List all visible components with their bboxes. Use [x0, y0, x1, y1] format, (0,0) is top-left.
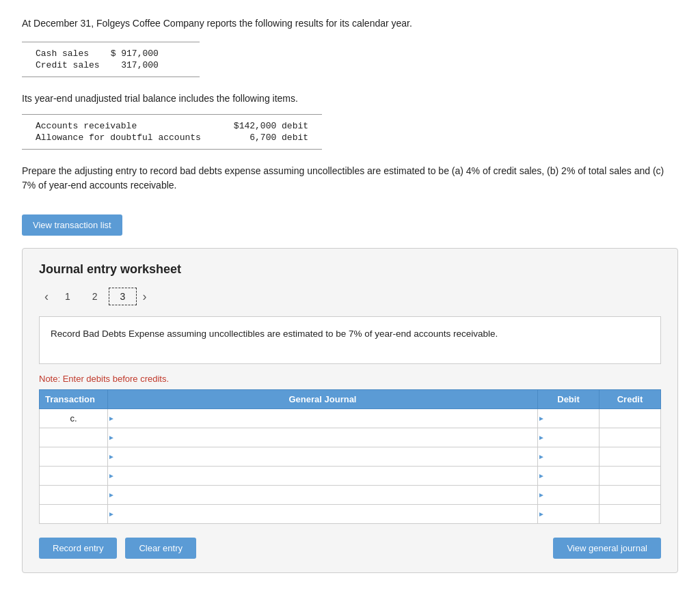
worksheet-container: Journal entry worksheet ‹ 1 2 3 › Record…	[22, 248, 678, 573]
credit-cell[interactable]	[600, 428, 661, 447]
journal-cell[interactable]: ►	[108, 486, 538, 505]
tab-3[interactable]: 3	[109, 288, 137, 305]
row-value: $142,000 debit	[228, 120, 314, 132]
table-row: Credit sales317,000	[30, 59, 164, 71]
table-row: Allowance for doubtful accounts6,700 deb…	[30, 132, 314, 143]
journal-input[interactable]	[118, 431, 537, 444]
table-row: c.►►	[40, 409, 661, 428]
credit-cell[interactable]	[600, 505, 661, 524]
credit-input[interactable]	[600, 447, 660, 466]
balance-data-table: Accounts receivable$142,000 debitAllowan…	[22, 114, 322, 150]
header-credit: Credit	[600, 390, 661, 409]
bottom-buttons: Record entry Clear entry View general jo…	[39, 538, 661, 559]
journal-input[interactable]	[118, 469, 537, 482]
tab-1[interactable]: 1	[54, 288, 81, 305]
credit-cell[interactable]	[600, 447, 661, 467]
journal-cell[interactable]: ►	[108, 505, 538, 524]
debit-cell[interactable]: ►	[538, 409, 600, 428]
table-row: Cash sales$ 917,000	[30, 48, 164, 59]
clear-entry-button[interactable]: Clear entry	[125, 538, 196, 559]
debit-cell[interactable]: ►	[538, 467, 600, 486]
debit-input[interactable]	[548, 469, 599, 482]
transaction-cell	[40, 428, 108, 447]
journal-input[interactable]	[118, 450, 537, 463]
credit-input[interactable]	[600, 467, 660, 485]
debit-cell[interactable]: ►	[538, 486, 600, 505]
debit-input[interactable]	[548, 450, 599, 463]
header-general-journal: General Journal	[108, 390, 538, 409]
record-entry-button[interactable]: Record entry	[39, 538, 117, 559]
debit-input[interactable]	[548, 488, 599, 501]
transaction-cell	[40, 447, 108, 467]
note-text: Note: Enter debits before credits.	[39, 374, 661, 384]
debit-cell[interactable]: ►	[538, 428, 600, 447]
row-label: Credit sales	[30, 59, 105, 71]
debit-input[interactable]	[548, 412, 599, 425]
tab-2[interactable]: 2	[81, 288, 109, 305]
credit-cell[interactable]	[600, 467, 661, 486]
table-row: ►►	[40, 505, 661, 524]
row-label: Cash sales	[30, 48, 105, 59]
tab-prev-arrow[interactable]: ‹	[39, 290, 54, 304]
journal-cell[interactable]: ►	[108, 428, 538, 447]
instruction-text: Record Bad Debts Expense assuming uncoll…	[51, 329, 498, 339]
journal-input[interactable]	[118, 508, 537, 520]
journal-cell[interactable]: ►	[108, 447, 538, 467]
table-row: ►►	[40, 467, 661, 486]
journal-cell[interactable]: ►	[108, 467, 538, 486]
row-value: 317,000	[105, 59, 164, 71]
intro-paragraph2: Its year-end unadjusted trial balance in…	[22, 92, 678, 106]
intro-paragraph3: Prepare the adjusting entry to record ba…	[22, 164, 678, 193]
sales-data-table: Cash sales$ 917,000Credit sales317,000	[22, 42, 200, 77]
intro-paragraph1: At December 31, Folgeys Coffee Company r…	[22, 16, 678, 31]
tab-next-arrow[interactable]: ›	[137, 290, 152, 304]
row-value: 6,700 debit	[228, 132, 314, 143]
table-row: ►►	[40, 447, 661, 467]
journal-table: Transaction General Journal Debit Credit…	[39, 389, 661, 524]
header-debit: Debit	[538, 390, 600, 409]
debit-cell[interactable]: ►	[538, 505, 600, 524]
credit-input[interactable]	[600, 486, 660, 504]
debit-input[interactable]	[548, 431, 599, 444]
instruction-box: Record Bad Debts Expense assuming uncoll…	[39, 316, 661, 364]
credit-input[interactable]	[600, 505, 660, 523]
table-row: Accounts receivable$142,000 debit	[30, 120, 314, 132]
credit-cell[interactable]	[600, 486, 661, 505]
transaction-cell: c.	[40, 409, 108, 428]
credit-cell[interactable]	[600, 409, 661, 428]
journal-input[interactable]	[118, 488, 537, 501]
transaction-cell	[40, 486, 108, 505]
credit-input[interactable]	[600, 409, 660, 428]
header-transaction: Transaction	[40, 390, 108, 409]
transaction-cell	[40, 505, 108, 524]
debit-input[interactable]	[548, 508, 599, 520]
view-general-journal-button[interactable]: View general journal	[553, 538, 661, 559]
view-transaction-button[interactable]: View transaction list	[22, 214, 122, 236]
debit-cell[interactable]: ►	[538, 447, 600, 467]
table-row: ►►	[40, 428, 661, 447]
journal-cell[interactable]: ►	[108, 409, 538, 428]
tab-navigation: ‹ 1 2 3 ›	[39, 288, 661, 305]
credit-input[interactable]	[600, 428, 660, 447]
worksheet-title: Journal entry worksheet	[39, 262, 661, 277]
row-label: Allowance for doubtful accounts	[30, 132, 228, 143]
table-row: ►►	[40, 486, 661, 505]
journal-input[interactable]	[118, 412, 537, 425]
row-label: Accounts receivable	[30, 120, 228, 132]
row-value: $ 917,000	[105, 48, 164, 59]
transaction-cell	[40, 467, 108, 486]
